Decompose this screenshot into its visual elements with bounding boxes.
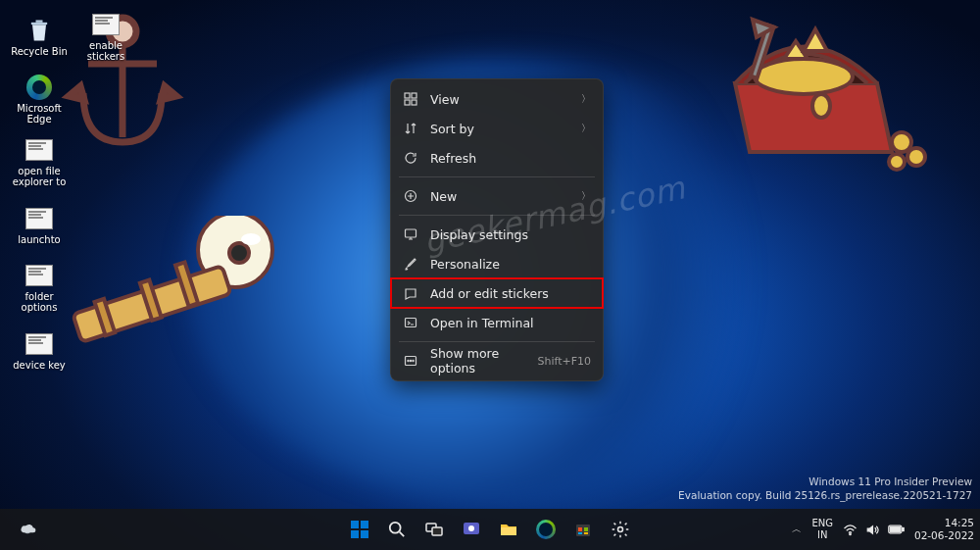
file-explorer-button[interactable] (491, 512, 526, 547)
windows-icon (350, 520, 369, 539)
tray-overflow-button[interactable]: ︿ (792, 523, 802, 536)
gear-icon (611, 520, 630, 539)
context-menu-sort-by[interactable]: Sort by 〉 (391, 114, 603, 143)
context-menu-label: New (430, 189, 569, 204)
context-menu-label: Display settings (430, 227, 591, 242)
language-indicator[interactable]: ENG IN (811, 518, 833, 541)
svg-point-25 (408, 360, 409, 361)
svg-point-12 (892, 132, 911, 152)
build-line: Windows 11 Pro Insider Preview (678, 475, 972, 489)
context-menu-show-more-options[interactable]: Show more options Shift+F10 (391, 346, 603, 375)
recycle-bin-icon (25, 17, 53, 44)
store-button[interactable] (565, 512, 601, 547)
battery-icon (888, 524, 905, 535)
edge-button[interactable] (528, 512, 564, 547)
clock[interactable]: 14:25 02-06-2022 (914, 517, 974, 541)
svg-point-33 (390, 523, 401, 533)
svg-rect-42 (578, 532, 582, 534)
svg-point-5 (241, 233, 261, 245)
chat-icon (462, 520, 481, 539)
settings-button[interactable] (603, 512, 638, 547)
taskbar-chat-button[interactable] (454, 512, 489, 547)
display-icon (403, 226, 418, 242)
wifi-icon (843, 523, 858, 537)
svg-rect-17 (405, 93, 410, 98)
context-menu-separator (399, 215, 595, 216)
desktop-icon-enable-stickers[interactable]: enable stickers (73, 6, 139, 67)
desktop-icon-label: enable stickers (73, 40, 139, 62)
context-menu-personalize[interactable]: Personalize (391, 249, 603, 278)
svg-point-44 (618, 527, 623, 532)
svg-rect-47 (903, 527, 905, 530)
plus-icon (403, 188, 418, 204)
svg-rect-32 (361, 530, 368, 538)
brush-icon (403, 256, 418, 272)
svg-rect-19 (405, 100, 410, 105)
chevron-right-icon: 〉 (581, 92, 591, 106)
svg-point-37 (468, 525, 474, 531)
desktop-icon-launchto[interactable]: launchto (6, 194, 73, 255)
context-menu-label: Open in Terminal (430, 316, 591, 330)
document-icon (25, 262, 53, 289)
system-tray: ︿ ENG IN 14:25 02-06-2022 (792, 517, 974, 541)
context-menu-new[interactable]: New 〉 (391, 181, 603, 211)
svg-rect-22 (406, 229, 416, 237)
desktop-icons-col2: enable stickers (73, 6, 139, 67)
clock-time: 14:25 (914, 517, 974, 529)
sticker-icon (403, 285, 418, 301)
context-menu-open-terminal[interactable]: Open in Terminal (391, 308, 603, 337)
context-menu-separator (399, 341, 595, 342)
svg-point-14 (889, 154, 905, 170)
search-button[interactable] (379, 512, 415, 547)
context-menu-display-settings[interactable]: Display settings (391, 220, 603, 249)
svg-point-45 (850, 533, 852, 535)
svg-point-11 (755, 59, 853, 94)
desktop-context-menu: View 〉 Sort by 〉 Refresh New 〉 Display s… (390, 78, 604, 381)
context-menu-label: Add or edit stickers (430, 286, 591, 301)
document-icon (25, 136, 53, 164)
context-menu-label: Show more options (430, 346, 525, 375)
svg-rect-40 (578, 527, 582, 531)
desktop-icon-recycle-bin[interactable]: Recycle Bin (6, 6, 73, 67)
context-menu-add-edit-stickers[interactable]: Add or edit stickers (391, 278, 603, 308)
start-button[interactable] (342, 512, 377, 547)
svg-rect-30 (361, 521, 368, 528)
context-menu-view[interactable]: View 〉 (391, 84, 603, 114)
weather-icon (18, 520, 37, 539)
svg-rect-29 (351, 521, 359, 528)
desktop-icon-label: folder options (6, 291, 73, 313)
store-icon (573, 520, 593, 539)
desktop-icon-folder-options[interactable]: folder options (6, 257, 73, 318)
search-icon (388, 521, 406, 538)
volume-icon (865, 523, 880, 537)
desktop-icon-device-key[interactable]: device key (6, 320, 73, 380)
chevron-right-icon: 〉 (581, 122, 591, 135)
desktop-icon-edge[interactable]: Microsoft Edge (6, 69, 73, 129)
task-view-button[interactable] (416, 512, 452, 547)
desktop-icon-label: device key (13, 360, 66, 371)
grid-icon (403, 91, 418, 107)
desktop-icons: Recycle Bin Microsoft Edge open file exp… (6, 6, 73, 380)
desktop-icon-open-file-explorer[interactable]: open file explorer to (6, 131, 73, 192)
edge-icon (536, 520, 556, 539)
build-info: Windows 11 Pro Insider Preview Evaluatio… (678, 475, 972, 503)
chevron-right-icon: 〉 (581, 189, 591, 203)
svg-point-27 (413, 360, 414, 361)
clock-date: 02-06-2022 (914, 529, 974, 542)
svg-rect-48 (890, 527, 900, 532)
task-view-icon (424, 520, 444, 539)
build-line: Evaluation copy. Build 25126.rs_prerelea… (678, 488, 972, 503)
svg-rect-38 (501, 527, 516, 535)
desktop-icon-label: Microsoft Edge (6, 103, 73, 125)
svg-rect-18 (412, 93, 416, 98)
taskbar-widgets-button[interactable] (10, 512, 45, 547)
svg-rect-43 (584, 532, 588, 534)
tray-icons[interactable] (843, 523, 905, 537)
taskbar: ︿ ENG IN 14:25 02-06-2022 (0, 509, 980, 550)
svg-rect-31 (351, 530, 359, 538)
taskbar-center (342, 512, 638, 547)
context-menu-refresh[interactable]: Refresh (391, 143, 603, 173)
context-menu-separator (399, 176, 595, 177)
folder-icon (499, 520, 518, 539)
context-menu-accelerator: Shift+F10 (537, 355, 591, 368)
